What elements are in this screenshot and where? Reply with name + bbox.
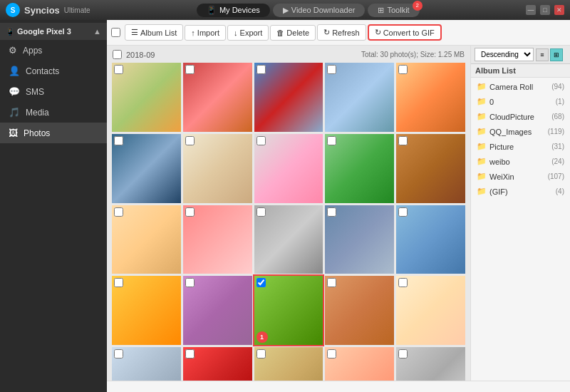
device-sync-icon[interactable]: ▲: [93, 27, 101, 36]
photo-cell-1[interactable]: [112, 63, 181, 132]
photo-checkbox-14[interactable]: [327, 207, 336, 217]
nav-video-downloader[interactable]: ▶ Video Downloader: [273, 4, 366, 17]
album-count: (94): [551, 83, 564, 91]
export-btn[interactable]: ↓ Export: [227, 25, 269, 41]
photo-cell-21[interactable]: [112, 347, 181, 381]
photo-cell-19[interactable]: [325, 276, 394, 345]
convert-to-gif-btn[interactable]: ↻ Convert to GIF: [368, 24, 442, 41]
photo-checkbox-9[interactable]: [327, 136, 336, 145]
photo-checkbox-3[interactable]: [256, 65, 266, 74]
photo-checkbox-10[interactable]: [398, 136, 408, 145]
album-list-btn[interactable]: ☰ Album List: [125, 24, 183, 41]
title-bar: S Syncios Ultimate 📱 My Devices ▶ Video …: [0, 0, 570, 20]
photo-cell-7[interactable]: [183, 134, 252, 203]
photo-cell-18[interactable]: 1: [254, 276, 323, 345]
list-view-btn[interactable]: ≡: [536, 48, 549, 61]
album-item[interactable]: 📁Picture(31): [471, 139, 570, 154]
photo-cell-25[interactable]: [396, 347, 465, 381]
album-item[interactable]: 📁0(1): [471, 94, 570, 109]
photo-cell-12[interactable]: [183, 205, 252, 274]
photo-cell-11[interactable]: [112, 205, 181, 274]
album-item[interactable]: 📁(GIF)(4): [471, 184, 570, 199]
nav-toolkit[interactable]: ⊞ Toolkit 2: [368, 4, 419, 17]
photo-cell-9[interactable]: [325, 134, 394, 203]
sidebar-item-media[interactable]: 🎵 Media: [0, 102, 107, 123]
photo-checkbox-21[interactable]: [114, 349, 123, 359]
album-name: weibo: [489, 158, 549, 166]
sort-dropdown[interactable]: Descending: [475, 48, 534, 61]
photo-checkbox-23[interactable]: [256, 349, 266, 359]
photo-checkbox-2[interactable]: [185, 65, 195, 74]
sidebar-item-photos[interactable]: 🖼 Photos: [0, 123, 107, 143]
photo-cell-14[interactable]: [325, 205, 394, 274]
title-bar-left: S Syncios Ultimate: [6, 3, 90, 17]
album-count: (119): [548, 128, 564, 135]
photo-cell-20[interactable]: [396, 276, 465, 345]
photo-checkbox-11[interactable]: [114, 207, 123, 217]
photo-cell-16[interactable]: [112, 276, 181, 345]
photo-checkbox-7[interactable]: [185, 136, 195, 145]
sidebar-media-label: Media: [26, 108, 49, 118]
photo-checkbox-20[interactable]: [398, 278, 408, 287]
title-bar-nav: 📱 My Devices ▶ Video Downloader ⊞ Toolki…: [197, 4, 420, 17]
select-all-checkbox[interactable]: [111, 28, 120, 37]
album-item[interactable]: 📁Camera Roll(94): [471, 79, 570, 94]
photo-checkbox-1[interactable]: [114, 65, 123, 74]
delete-label: Delete: [286, 29, 309, 37]
photo-checkbox-6[interactable]: [114, 136, 123, 145]
photo-cell-4[interactable]: [325, 63, 394, 132]
maximize-btn[interactable]: □: [540, 5, 550, 15]
album-item[interactable]: 📁CloudPicture(68): [471, 109, 570, 124]
sidebar-item-contacts[interactable]: 👤 Contacts: [0, 61, 107, 81]
close-btn[interactable]: ✕: [554, 5, 564, 15]
photo-cell-6[interactable]: [112, 134, 181, 203]
photo-checkbox-4[interactable]: [327, 65, 336, 74]
sidebar-item-apps[interactable]: ⚙ Apps: [0, 40, 107, 61]
photo-cell-10[interactable]: [396, 134, 465, 203]
photo-checkbox-16[interactable]: [114, 278, 123, 287]
photo-checkbox-17[interactable]: [185, 278, 195, 287]
album-list-icon: ☰: [131, 28, 138, 37]
photo-cell-2[interactable]: [183, 63, 252, 132]
album-item[interactable]: 📁QQ_Images(119): [471, 124, 570, 139]
date-group-checkbox[interactable]: [113, 50, 122, 59]
photo-cell-24[interactable]: [325, 347, 394, 381]
photo-checkbox-13[interactable]: [256, 207, 266, 217]
device-name: Google Pixel 3: [17, 27, 71, 36]
album-count: (68): [551, 113, 564, 120]
import-btn[interactable]: ↑ Import: [185, 25, 226, 41]
photo-cell-8[interactable]: [254, 134, 323, 203]
album-item[interactable]: 📁weibo(24): [471, 154, 570, 169]
album-name: CloudPicture: [489, 113, 549, 121]
photo-cell-3[interactable]: [254, 63, 323, 132]
photo-cell-15[interactable]: [396, 205, 465, 274]
photo-checkbox-12[interactable]: [185, 207, 195, 217]
delete-btn[interactable]: 🗑 Delete: [270, 25, 316, 41]
photo-cell-5[interactable]: [396, 63, 465, 132]
photo-cell-17[interactable]: [183, 276, 252, 345]
sidebar-sms-label: SMS: [26, 87, 44, 97]
photo-cell-22[interactable]: [183, 347, 252, 381]
grid-view-btn[interactable]: ⊞: [550, 48, 563, 61]
photo-checkbox-22[interactable]: [185, 349, 195, 359]
photo-cell-13[interactable]: [254, 205, 323, 274]
minimize-btn[interactable]: —: [526, 5, 536, 15]
photo-grid-container[interactable]: 2018-09 Total: 30 photo(s); Size: 1.25 M…: [107, 46, 470, 381]
refresh-btn[interactable]: ↻ Refresh: [317, 24, 366, 41]
photo-checkbox-8[interactable]: [256, 136, 266, 145]
sidebar-item-sms[interactable]: 💬 SMS: [0, 81, 107, 102]
album-list-title: Album List: [471, 64, 570, 78]
album-folder-icon: 📁: [477, 82, 487, 91]
photo-checkbox-18[interactable]: [256, 278, 266, 287]
photo-checkbox-19[interactable]: [327, 278, 336, 287]
toolbar: ☰ Album List ↑ Import ↓ Export 🗑 Delete …: [107, 20, 570, 46]
photo-checkbox-5[interactable]: [398, 65, 408, 74]
device-icon: 📱: [6, 28, 14, 36]
photo-checkbox-15[interactable]: [398, 207, 408, 217]
nav-my-devices[interactable]: 📱 My Devices: [197, 4, 270, 17]
photo-checkbox-24[interactable]: [327, 349, 336, 359]
album-item[interactable]: 📁WeiXin(107): [471, 169, 570, 184]
photo-cell-23[interactable]: [254, 347, 323, 381]
photo-checkbox-25[interactable]: [398, 349, 408, 359]
album-list-label: Album List: [140, 29, 177, 37]
